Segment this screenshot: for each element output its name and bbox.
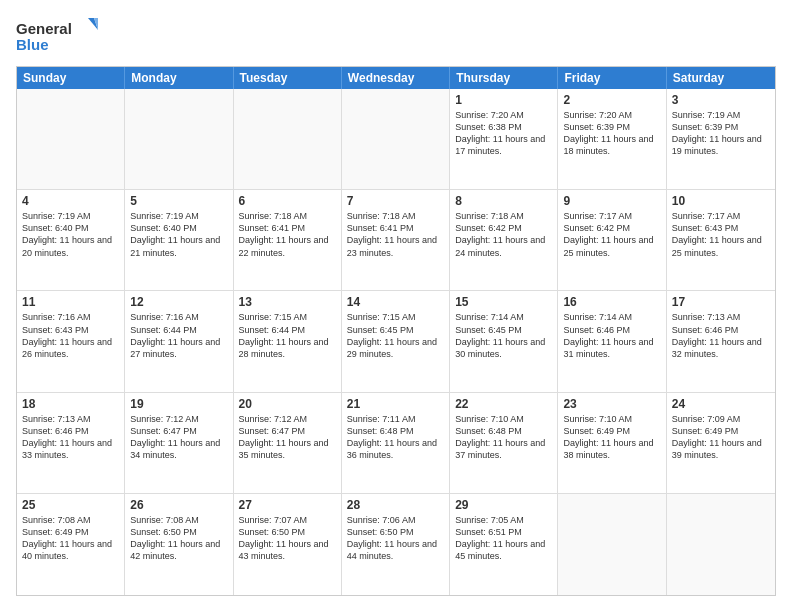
calendar-cell: 22 Sunrise: 7:10 AMSunset: 6:48 PMDaylig… (450, 393, 558, 493)
day-info: Sunrise: 7:08 AMSunset: 6:49 PMDaylight:… (22, 514, 119, 563)
day-info: Sunrise: 7:11 AMSunset: 6:48 PMDaylight:… (347, 413, 444, 462)
day-number: 19 (130, 397, 227, 411)
calendar-cell: 17 Sunrise: 7:13 AMSunset: 6:46 PMDaylig… (667, 291, 775, 391)
day-number: 12 (130, 295, 227, 309)
calendar-row-2: 11 Sunrise: 7:16 AMSunset: 6:43 PMDaylig… (17, 291, 775, 392)
calendar-cell: 27 Sunrise: 7:07 AMSunset: 6:50 PMDaylig… (234, 494, 342, 595)
day-info: Sunrise: 7:12 AMSunset: 6:47 PMDaylight:… (239, 413, 336, 462)
calendar-cell (234, 89, 342, 189)
day-number: 29 (455, 498, 552, 512)
calendar-body: 1 Sunrise: 7:20 AMSunset: 6:38 PMDayligh… (17, 89, 775, 595)
calendar-row-4: 25 Sunrise: 7:08 AMSunset: 6:49 PMDaylig… (17, 494, 775, 595)
day-number: 28 (347, 498, 444, 512)
day-info: Sunrise: 7:19 AMSunset: 6:40 PMDaylight:… (130, 210, 227, 259)
calendar-cell: 28 Sunrise: 7:06 AMSunset: 6:50 PMDaylig… (342, 494, 450, 595)
svg-text:General: General (16, 20, 72, 37)
page: General Blue SundayMondayTuesdayWednesda… (0, 0, 792, 612)
day-info: Sunrise: 7:14 AMSunset: 6:46 PMDaylight:… (563, 311, 660, 360)
calendar-cell: 18 Sunrise: 7:13 AMSunset: 6:46 PMDaylig… (17, 393, 125, 493)
calendar-cell (342, 89, 450, 189)
svg-text:Blue: Blue (16, 36, 49, 53)
day-info: Sunrise: 7:12 AMSunset: 6:47 PMDaylight:… (130, 413, 227, 462)
calendar: SundayMondayTuesdayWednesdayThursdayFrid… (16, 66, 776, 596)
day-info: Sunrise: 7:13 AMSunset: 6:46 PMDaylight:… (22, 413, 119, 462)
calendar-cell: 4 Sunrise: 7:19 AMSunset: 6:40 PMDayligh… (17, 190, 125, 290)
day-info: Sunrise: 7:16 AMSunset: 6:44 PMDaylight:… (130, 311, 227, 360)
day-info: Sunrise: 7:18 AMSunset: 6:42 PMDaylight:… (455, 210, 552, 259)
calendar-cell: 2 Sunrise: 7:20 AMSunset: 6:39 PMDayligh… (558, 89, 666, 189)
day-number: 26 (130, 498, 227, 512)
calendar-header-tuesday: Tuesday (234, 67, 342, 89)
generalblue-logo-icon: General Blue (16, 16, 106, 58)
day-number: 22 (455, 397, 552, 411)
day-number: 21 (347, 397, 444, 411)
day-number: 10 (672, 194, 770, 208)
day-info: Sunrise: 7:17 AMSunset: 6:42 PMDaylight:… (563, 210, 660, 259)
calendar-cell: 1 Sunrise: 7:20 AMSunset: 6:38 PMDayligh… (450, 89, 558, 189)
day-number: 23 (563, 397, 660, 411)
calendar-cell: 25 Sunrise: 7:08 AMSunset: 6:49 PMDaylig… (17, 494, 125, 595)
day-info: Sunrise: 7:18 AMSunset: 6:41 PMDaylight:… (239, 210, 336, 259)
calendar-cell: 8 Sunrise: 7:18 AMSunset: 6:42 PMDayligh… (450, 190, 558, 290)
day-info: Sunrise: 7:06 AMSunset: 6:50 PMDaylight:… (347, 514, 444, 563)
day-info: Sunrise: 7:10 AMSunset: 6:48 PMDaylight:… (455, 413, 552, 462)
calendar-row-3: 18 Sunrise: 7:13 AMSunset: 6:46 PMDaylig… (17, 393, 775, 494)
logo: General Blue (16, 16, 106, 58)
calendar-cell: 15 Sunrise: 7:14 AMSunset: 6:45 PMDaylig… (450, 291, 558, 391)
calendar-cell: 20 Sunrise: 7:12 AMSunset: 6:47 PMDaylig… (234, 393, 342, 493)
calendar-cell: 6 Sunrise: 7:18 AMSunset: 6:41 PMDayligh… (234, 190, 342, 290)
calendar-header-wednesday: Wednesday (342, 67, 450, 89)
day-info: Sunrise: 7:18 AMSunset: 6:41 PMDaylight:… (347, 210, 444, 259)
day-number: 4 (22, 194, 119, 208)
calendar-header-monday: Monday (125, 67, 233, 89)
day-number: 7 (347, 194, 444, 208)
calendar-cell: 7 Sunrise: 7:18 AMSunset: 6:41 PMDayligh… (342, 190, 450, 290)
day-info: Sunrise: 7:09 AMSunset: 6:49 PMDaylight:… (672, 413, 770, 462)
day-number: 1 (455, 93, 552, 107)
day-number: 5 (130, 194, 227, 208)
day-number: 13 (239, 295, 336, 309)
header: General Blue (16, 16, 776, 58)
calendar-cell: 16 Sunrise: 7:14 AMSunset: 6:46 PMDaylig… (558, 291, 666, 391)
day-number: 20 (239, 397, 336, 411)
day-number: 24 (672, 397, 770, 411)
day-info: Sunrise: 7:20 AMSunset: 6:38 PMDaylight:… (455, 109, 552, 158)
calendar-cell: 26 Sunrise: 7:08 AMSunset: 6:50 PMDaylig… (125, 494, 233, 595)
calendar-cell (558, 494, 666, 595)
calendar-cell: 12 Sunrise: 7:16 AMSunset: 6:44 PMDaylig… (125, 291, 233, 391)
calendar-row-1: 4 Sunrise: 7:19 AMSunset: 6:40 PMDayligh… (17, 190, 775, 291)
day-info: Sunrise: 7:08 AMSunset: 6:50 PMDaylight:… (130, 514, 227, 563)
day-number: 8 (455, 194, 552, 208)
day-number: 11 (22, 295, 119, 309)
calendar-cell: 10 Sunrise: 7:17 AMSunset: 6:43 PMDaylig… (667, 190, 775, 290)
calendar-cell: 11 Sunrise: 7:16 AMSunset: 6:43 PMDaylig… (17, 291, 125, 391)
day-number: 3 (672, 93, 770, 107)
calendar-cell: 9 Sunrise: 7:17 AMSunset: 6:42 PMDayligh… (558, 190, 666, 290)
calendar-header-thursday: Thursday (450, 67, 558, 89)
calendar-cell (125, 89, 233, 189)
calendar-header-saturday: Saturday (667, 67, 775, 89)
day-info: Sunrise: 7:13 AMSunset: 6:46 PMDaylight:… (672, 311, 770, 360)
calendar-cell: 3 Sunrise: 7:19 AMSunset: 6:39 PMDayligh… (667, 89, 775, 189)
calendar-header: SundayMondayTuesdayWednesdayThursdayFrid… (17, 67, 775, 89)
day-number: 9 (563, 194, 660, 208)
day-number: 16 (563, 295, 660, 309)
day-info: Sunrise: 7:19 AMSunset: 6:40 PMDaylight:… (22, 210, 119, 259)
calendar-cell: 14 Sunrise: 7:15 AMSunset: 6:45 PMDaylig… (342, 291, 450, 391)
day-number: 2 (563, 93, 660, 107)
day-number: 6 (239, 194, 336, 208)
day-number: 27 (239, 498, 336, 512)
day-number: 15 (455, 295, 552, 309)
calendar-header-friday: Friday (558, 67, 666, 89)
day-info: Sunrise: 7:07 AMSunset: 6:50 PMDaylight:… (239, 514, 336, 563)
day-info: Sunrise: 7:17 AMSunset: 6:43 PMDaylight:… (672, 210, 770, 259)
calendar-cell (667, 494, 775, 595)
day-info: Sunrise: 7:15 AMSunset: 6:45 PMDaylight:… (347, 311, 444, 360)
calendar-cell: 29 Sunrise: 7:05 AMSunset: 6:51 PMDaylig… (450, 494, 558, 595)
calendar-row-0: 1 Sunrise: 7:20 AMSunset: 6:38 PMDayligh… (17, 89, 775, 190)
calendar-cell: 5 Sunrise: 7:19 AMSunset: 6:40 PMDayligh… (125, 190, 233, 290)
day-info: Sunrise: 7:16 AMSunset: 6:43 PMDaylight:… (22, 311, 119, 360)
day-info: Sunrise: 7:05 AMSunset: 6:51 PMDaylight:… (455, 514, 552, 563)
day-info: Sunrise: 7:15 AMSunset: 6:44 PMDaylight:… (239, 311, 336, 360)
calendar-cell: 23 Sunrise: 7:10 AMSunset: 6:49 PMDaylig… (558, 393, 666, 493)
